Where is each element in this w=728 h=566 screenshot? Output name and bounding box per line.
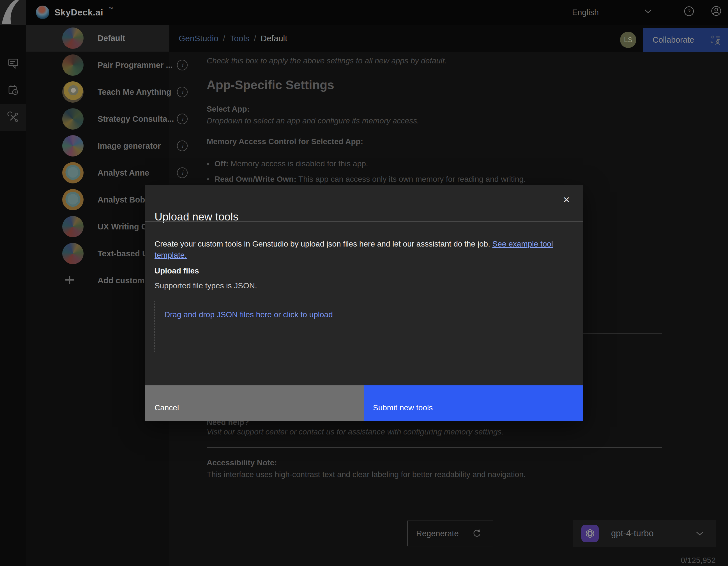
select-app-description: Dropdown to select an app and configure … (207, 116, 419, 125)
brand-name: SkyDeck.ai (54, 7, 103, 18)
sidebar-item-label: Strategy Consulta... (98, 114, 174, 124)
chevron-down-icon[interactable] (644, 8, 652, 14)
option-off-text: Memory access is disabled for this app. (229, 159, 368, 168)
av-flower-avatar (62, 27, 84, 49)
collaborate-people-icon (709, 34, 721, 46)
divider (207, 447, 662, 448)
language-selector[interactable]: English (572, 0, 599, 25)
sail-logo-icon (0, 0, 26, 25)
regenerate-button[interactable]: Regenerate (407, 521, 493, 546)
av-analyst-avatar (62, 162, 84, 183)
sidebar-item-default[interactable]: Default (26, 25, 169, 52)
supported-types-text: Supported file types is JSON. (155, 281, 257, 290)
model-selector[interactable]: gpt-4-turbo (573, 520, 716, 547)
breadcrumb-genstudio[interactable]: GenStudio (179, 34, 218, 43)
divider (583, 333, 662, 334)
breadcrumb-separator: / (254, 34, 256, 43)
sidebar-item-strategy-consulta[interactable]: Strategy Consulta...i (26, 105, 169, 132)
info-icon[interactable]: i (177, 114, 188, 124)
select-app-label: Select App: (207, 105, 250, 114)
divider (145, 221, 583, 222)
chat-icon[interactable] (7, 57, 19, 69)
file-dropzone[interactable]: Drag and drop JSON files here or click t… (155, 301, 574, 352)
av-flower-avatar (62, 243, 84, 264)
option-readwrite-text: This app can access only its own memory … (296, 175, 526, 183)
chevron-down-icon[interactable] (696, 531, 704, 536)
modal-footer: Cancel Submit new tools (145, 385, 583, 421)
sidebar-item-teach-me-anything[interactable]: Teach Me Anythingi (26, 79, 169, 105)
sidebar-item-analyst-anne[interactable]: Analyst Annei (26, 159, 169, 186)
top-bar: SkyDeck.ai ™ English ? (0, 0, 728, 25)
company-logo[interactable] (0, 0, 26, 25)
close-icon[interactable]: ✕ (560, 193, 573, 206)
sidebar-item-pair-programmer[interactable]: Pair Programmer ...i (26, 52, 169, 79)
upload-files-label: Upload files (155, 266, 199, 275)
breadcrumb-separator: / (223, 34, 225, 43)
brand-avatar-icon (36, 6, 49, 19)
dropzone-text: Drag and drop JSON files here or click t… (164, 310, 333, 319)
scrollbar-track[interactable] (725, 328, 725, 566)
av-pair-avatar (62, 54, 84, 76)
accessibility-description: This interface uses high-contrast text a… (207, 470, 526, 479)
info-icon[interactable]: i (177, 60, 188, 70)
list-item: • Off: Memory access is disabled for thi… (207, 156, 627, 171)
language-label: English (572, 8, 599, 17)
av-analyst-avatar (62, 189, 84, 210)
page-title: App-Specific Settings (207, 78, 334, 92)
accessibility-label: Accessibility Note: (207, 458, 277, 467)
regenerate-label: Regenerate (416, 529, 459, 538)
sidebar-item-label: Image generator (98, 141, 161, 151)
refresh-icon (472, 529, 482, 538)
schedule-icon[interactable] (7, 84, 19, 96)
info-icon[interactable]: i (177, 87, 188, 97)
sidebar-item-label: Analyst Anne (98, 168, 149, 178)
info-icon[interactable]: i (177, 167, 188, 178)
breadcrumb: GenStudio / Tools / Default (179, 25, 287, 52)
option-readwrite-label: Read Own/Write Own: (215, 175, 296, 183)
sidebar-item-image-generator[interactable]: Image generatori (26, 132, 169, 159)
modal-description-text: Create your custom tools in Genstudio by… (155, 240, 492, 248)
sidebar-item-label: Default (98, 34, 125, 43)
upload-tools-modal: Upload new tools ✕ Create your custom to… (145, 185, 583, 421)
bullet-icon: • (207, 159, 209, 168)
account-icon[interactable] (711, 6, 722, 16)
breadcrumb-current: Default (261, 34, 287, 43)
av-flower-avatar (62, 216, 84, 237)
need-help-description: Visit our support center or contact us f… (207, 427, 504, 436)
openai-logo-icon (581, 525, 599, 542)
bullet-icon: • (207, 175, 209, 184)
info-icon[interactable]: i (177, 141, 188, 151)
sidebar-item-label: Pair Programmer ... (98, 61, 173, 70)
submit-new-tools-button[interactable]: Submit new tools (364, 385, 583, 421)
memory-access-label: Memory Access Control for Selected App: (207, 137, 363, 146)
memory-options-list: • Off: Memory access is disabled for thi… (207, 156, 627, 187)
help-icon[interactable]: ? (684, 6, 694, 16)
list-item: • Read Own/Write Own: This app can acces… (207, 171, 627, 187)
collaborate-button[interactable]: Collaborate (643, 28, 728, 52)
av-strategy-avatar (62, 108, 84, 130)
av-image-avatar (62, 135, 84, 157)
app-screen: SkyDeck.ai ™ English ? (0, 0, 728, 566)
modal-description: Create your custom tools in Genstudio by… (155, 238, 575, 261)
collaborate-label: Collaborate (653, 35, 694, 45)
breadcrumb-tools[interactable]: Tools (230, 34, 249, 43)
brand[interactable]: SkyDeck.ai ™ (36, 0, 112, 25)
option-off-label: Off: (215, 159, 229, 168)
settings-intro-note: Check this box to apply the above settin… (207, 56, 447, 65)
sidebar-item-label: Teach Me Anything (98, 88, 171, 97)
svg-text:?: ? (688, 8, 691, 14)
user-avatar[interactable]: LS (620, 32, 636, 48)
icon-rail (0, 25, 26, 566)
av-teach-avatar (62, 81, 84, 103)
plus-icon: + (64, 269, 75, 290)
cancel-button[interactable]: Cancel (145, 385, 364, 421)
brand-trademark: ™ (109, 6, 113, 11)
tools-icon[interactable] (7, 111, 19, 123)
model-name: gpt-4-turbo (611, 528, 696, 539)
token-counter: 0/125,952 (632, 556, 716, 565)
sidebar-item-label: Analyst Bob (98, 195, 145, 204)
